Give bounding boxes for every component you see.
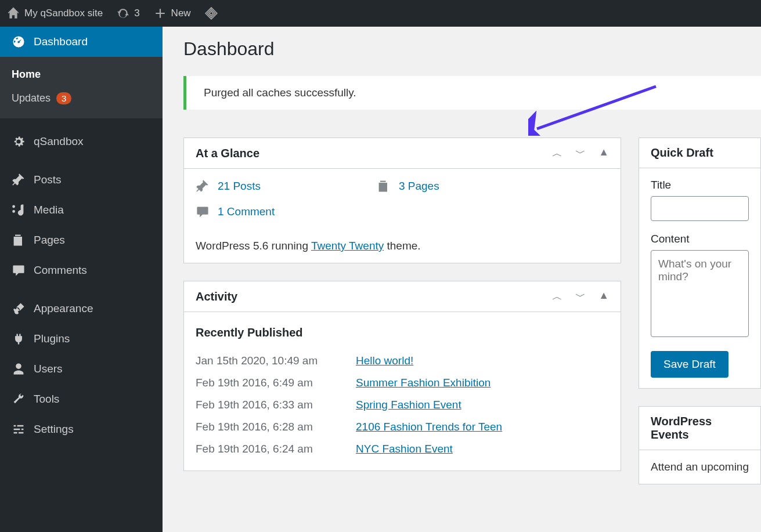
sidebar-subitem-home[interactable]: Home xyxy=(0,63,163,86)
activity-date: Feb 19th 2016, 6:28 am xyxy=(196,421,333,433)
comment-icon xyxy=(12,263,26,277)
toggle-icon[interactable]: ▲ xyxy=(598,146,609,160)
title-label: Title xyxy=(651,179,749,191)
sidebar-item-dashboard[interactable]: Dashboard xyxy=(0,27,163,57)
media-icon xyxy=(12,203,26,217)
sidebar-label: Media xyxy=(34,204,64,216)
sliders-icon xyxy=(12,422,26,436)
admin-sidebar: Dashboard Home Updates 3 qSandbox Posts … xyxy=(0,27,163,532)
move-up-icon[interactable]: ︿ xyxy=(552,289,562,303)
sidebar-label: Comments xyxy=(34,264,87,277)
box-title: At a Glance xyxy=(196,147,259,160)
sidebar-label: Pages xyxy=(34,234,65,247)
admin-topbar: My qSandbox site 3 New xyxy=(0,0,761,27)
pages-icon xyxy=(377,179,391,193)
sidebar-label: Posts xyxy=(34,173,62,186)
move-up-icon[interactable]: ︿ xyxy=(552,146,562,160)
sg-cache-link[interactable] xyxy=(205,7,218,20)
plug-icon xyxy=(12,332,26,346)
activity-row: Jan 15th 2020, 10:49 amHello world! xyxy=(196,350,609,372)
comment-icon xyxy=(196,205,210,219)
activity-date: Feb 19th 2016, 6:24 am xyxy=(196,443,333,455)
events-box: WordPress Events Attend an upcoming xyxy=(639,406,761,484)
activity-subtitle: Recently Published xyxy=(196,326,609,339)
updates-link[interactable]: 3 xyxy=(117,7,139,20)
sidebar-item-media[interactable]: Media xyxy=(0,195,163,225)
brush-icon xyxy=(12,302,26,316)
sidebar-label: Users xyxy=(34,363,63,375)
activity-row: Feb 19th 2016, 6:33 amSpring Fashion Eve… xyxy=(196,394,609,416)
activity-row: Feb 19th 2016, 6:28 am2106 Fashion Trend… xyxy=(196,416,609,438)
gear-icon xyxy=(12,135,26,149)
activity-post-link[interactable]: NYC Fashion Event xyxy=(356,443,453,455)
activity-row: Feb 19th 2016, 6:49 amSummer Fashion Exh… xyxy=(196,372,609,394)
activity-post-link[interactable]: Summer Fashion Exhibition xyxy=(356,377,490,389)
page-title: Dashboard xyxy=(183,38,761,60)
sidebar-item-appearance[interactable]: Appearance xyxy=(0,294,163,324)
toggle-icon[interactable]: ▲ xyxy=(598,289,609,303)
at-a-glance-box: At a Glance ︿ ﹀ ▲ 21 Posts xyxy=(183,137,621,263)
sidebar-item-tools[interactable]: Tools xyxy=(0,384,163,414)
sidebar-subitem-updates[interactable]: Updates 3 xyxy=(0,86,163,110)
move-down-icon[interactable]: ﹀ xyxy=(575,289,586,303)
updates-count: 3 xyxy=(134,8,139,19)
sidebar-label: Settings xyxy=(34,423,74,436)
plus-icon xyxy=(154,7,167,20)
sidebar-label: Appearance xyxy=(34,302,93,315)
content-label: Content xyxy=(651,233,749,245)
success-notice: Purged all caches successfully. xyxy=(183,76,761,110)
sidebar-label: qSandbox xyxy=(34,135,84,148)
new-link[interactable]: New xyxy=(154,7,191,20)
activity-post-link[interactable]: 2106 Fashion Trends for Teen xyxy=(356,421,502,433)
wp-version-info: WordPress 5.6 running Twenty Twenty them… xyxy=(196,233,609,252)
activity-date: Feb 19th 2016, 6:49 am xyxy=(196,377,333,389)
wrench-icon xyxy=(12,392,26,406)
box-title: WordPress Events xyxy=(651,415,749,441)
box-title: Quick Draft xyxy=(651,146,713,160)
sidebar-label: Tools xyxy=(34,393,59,406)
updates-badge: 3 xyxy=(56,92,71,104)
draft-title-input[interactable] xyxy=(651,196,749,221)
sidebar-item-pages[interactable]: Pages xyxy=(0,225,163,255)
main-content: Dashboard Purged all caches successfully… xyxy=(163,27,761,532)
quick-draft-box: Quick Draft Title Content Save Draft xyxy=(639,137,761,389)
sidebar-item-qsandbox[interactable]: qSandbox xyxy=(0,126,163,157)
activity-post-link[interactable]: Hello world! xyxy=(356,354,413,367)
activity-post-link[interactable]: Spring Fashion Event xyxy=(356,399,461,411)
sidebar-item-comments[interactable]: Comments xyxy=(0,255,163,285)
glance-posts[interactable]: 21 Posts xyxy=(196,179,261,193)
sidebar-item-settings[interactable]: Settings xyxy=(0,414,163,444)
save-draft-button[interactable]: Save Draft xyxy=(651,351,728,378)
activity-row: Feb 19th 2016, 6:24 amNYC Fashion Event xyxy=(196,438,609,460)
sidebar-label: Dashboard xyxy=(34,35,88,48)
new-label: New xyxy=(171,8,191,19)
dashboard-icon xyxy=(12,35,26,49)
sidebar-label: Plugins xyxy=(34,332,70,345)
sidebar-submenu-dashboard: Home Updates 3 xyxy=(0,57,163,118)
move-down-icon[interactable]: ﹀ xyxy=(575,146,586,160)
glance-comments[interactable]: 1 Comment xyxy=(196,205,609,219)
theme-link[interactable]: Twenty Twenty xyxy=(311,240,384,252)
sidebar-item-posts[interactable]: Posts xyxy=(0,165,163,195)
site-link[interactable]: My qSandbox site xyxy=(7,7,103,20)
sidebar-item-users[interactable]: Users xyxy=(0,354,163,384)
pages-icon xyxy=(12,233,26,247)
activity-date: Jan 15th 2020, 10:49 am xyxy=(196,354,333,367)
user-icon xyxy=(12,362,26,376)
home-icon xyxy=(7,7,20,20)
events-text: Attend an upcoming xyxy=(651,461,749,473)
refresh-icon xyxy=(117,7,129,20)
notice-text: Purged all caches successfully. xyxy=(204,86,356,99)
site-name: My qSandbox site xyxy=(24,8,103,19)
glance-pages[interactable]: 3 Pages xyxy=(377,179,439,193)
sidebar-item-plugins[interactable]: Plugins xyxy=(0,324,163,354)
activity-box: Activity ︿ ﹀ ▲ Recently Published Jan 15… xyxy=(183,281,621,471)
box-title: Activity xyxy=(196,290,237,303)
activity-date: Feb 19th 2016, 6:33 am xyxy=(196,399,333,411)
draft-content-input[interactable] xyxy=(651,250,749,337)
diamond-icon xyxy=(205,7,218,20)
pin-icon xyxy=(12,173,26,187)
pin-icon xyxy=(196,179,210,193)
